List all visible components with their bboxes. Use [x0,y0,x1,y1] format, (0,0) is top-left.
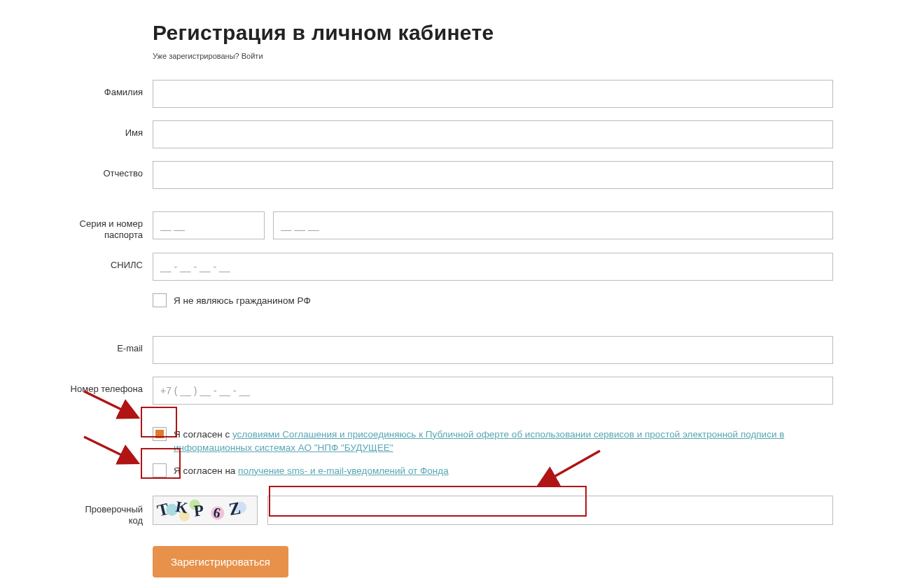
registration-form: Регистрация в личном кабинете Уже зареги… [70,21,833,578]
notifications-checkbox[interactable] [153,463,167,477]
label-firstname: Имя [70,120,153,139]
email-input[interactable] [153,336,833,364]
not-rf-checkbox[interactable] [153,293,167,307]
lastname-input[interactable] [153,80,833,108]
label-lastname: Фамилия [70,80,153,98]
passport-number-input[interactable] [273,211,833,239]
label-captcha: Проверочный код [70,496,153,526]
label-phone: Номер телефона [70,377,153,395]
checkbox-fill-icon [155,430,164,438]
login-hint: Уже зарегистрированы? Войти [153,52,833,60]
label-patronymic: Отчество [70,161,153,179]
notifications-link[interactable]: получение sms- и e-mail-уведомлений от Ф… [238,465,449,476]
agreement-checkbox[interactable] [153,427,167,441]
notifications-label: Я согласен на получение sms- и e-mail-ув… [174,463,449,478]
passport-series-input[interactable] [153,211,265,239]
agreement-link[interactable]: условиями Соглашения и присоединяюсь к П… [174,429,784,454]
captcha-input[interactable] [267,496,833,525]
not-rf-label: Я не являюсь гражданином РФ [174,293,311,308]
login-hint-text: Уже зарегистрированы? [153,52,242,60]
label-passport: Серия и номер паспорта [70,211,153,240]
snils-input[interactable] [153,253,833,281]
label-snils: СНИЛС [70,253,153,271]
patronymic-input[interactable] [153,161,833,189]
phone-input[interactable] [153,377,833,405]
agreement-prefix: Я согласен с [174,429,232,440]
page-title: Регистрация в личном кабинете [153,21,833,45]
notifications-prefix: Я согласен на [174,465,238,476]
label-email: E-mail [70,336,153,354]
login-link[interactable]: Войти [242,52,263,60]
firstname-input[interactable] [153,120,833,148]
agreement-label: Я согласен с условиями Соглашения и прис… [174,427,833,455]
register-button[interactable]: Зарегистрироваться [153,546,288,578]
captcha-image: T K P 6 Z [153,496,258,525]
